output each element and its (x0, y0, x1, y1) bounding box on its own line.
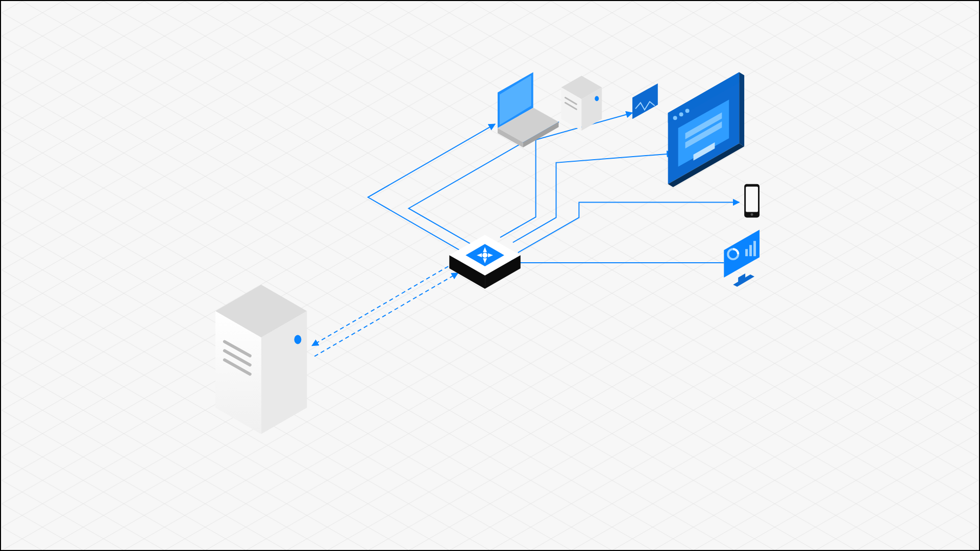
small-server (561, 76, 602, 131)
svg-rect-38 (753, 241, 756, 256)
svg-point-18 (595, 96, 599, 101)
svg-point-22 (673, 116, 677, 120)
svg-point-45 (482, 253, 487, 258)
diagram-canvas (1, 1, 979, 550)
server (215, 285, 307, 434)
diagram-stage (0, 0, 980, 551)
svg-point-7 (294, 335, 301, 344)
svg-rect-32 (746, 187, 758, 212)
svg-rect-37 (749, 245, 752, 256)
svg-marker-29 (739, 72, 744, 146)
svg-point-33 (751, 213, 753, 216)
smartphone (744, 184, 760, 218)
svg-rect-36 (745, 249, 748, 256)
svg-point-23 (679, 112, 683, 116)
svg-point-24 (685, 109, 690, 113)
